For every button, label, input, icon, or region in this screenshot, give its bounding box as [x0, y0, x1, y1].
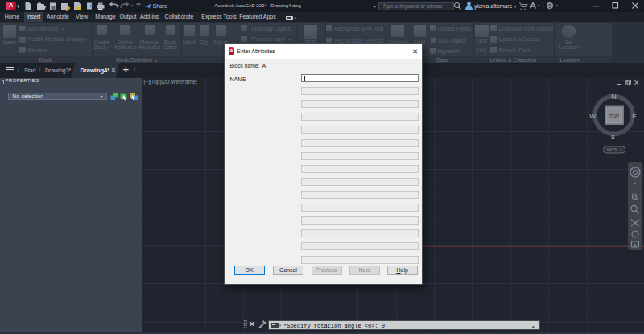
svg-text:TOP: TOP — [609, 113, 619, 118]
svg-text:S: S — [611, 134, 616, 141]
svg-text:E: E — [632, 113, 637, 120]
svg-text:?: ? — [548, 3, 551, 9]
svg-text:N: N — [611, 93, 617, 101]
svg-text:WCS: WCS — [607, 147, 617, 152]
svg-text:W: W — [589, 113, 596, 120]
